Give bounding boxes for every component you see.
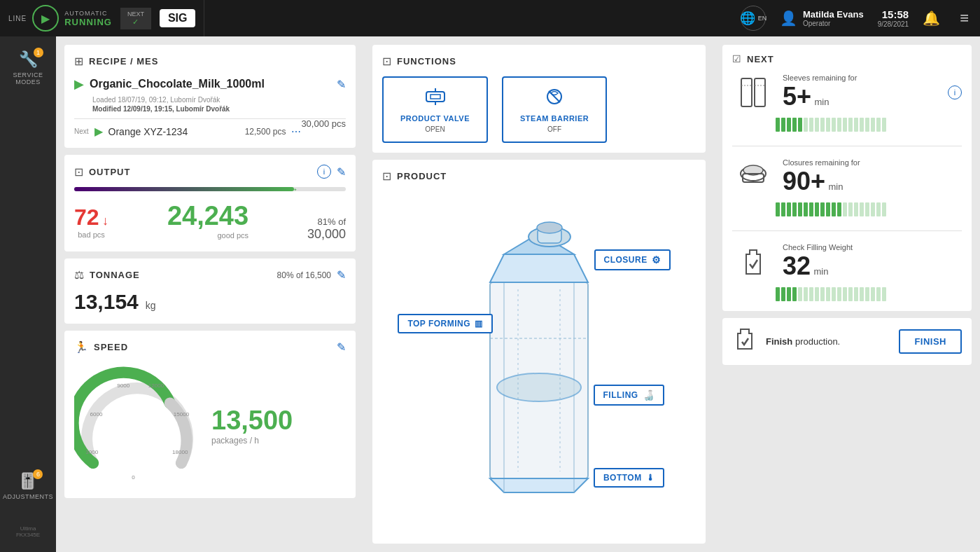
more-options-button[interactable]: ⋯ (291, 126, 301, 137)
functions-header: ⊡ FUNCTIONS (382, 55, 696, 68)
output-info-button[interactable]: i (317, 165, 331, 179)
service-badge: 1 (34, 48, 43, 57)
center-panel: ⊡ FUNCTIONS PRODUCT VALVE (364, 36, 714, 552)
sleeves-unit: min (815, 97, 830, 107)
divider-1 (732, 146, 962, 146)
speed-value: 13,500 (211, 406, 346, 436)
top-forming-text: TOP FORMING (407, 319, 470, 329)
sleeves-bars (732, 118, 962, 132)
next-recipe-label: Next (74, 127, 89, 135)
filling-weight-value-row: 32 min (783, 251, 962, 281)
speed-edit-button[interactable]: ✎ (337, 340, 346, 354)
sidebar: 🔧 1 SERVICE MODES 🎚️ 6 ADJUSTMENTS Ultim… (0, 36, 56, 552)
sidebar-item-service-modes[interactable]: 🔧 1 SERVICE MODES (0, 50, 56, 85)
speed-title: SPEED (94, 342, 331, 352)
svg-rect-28 (741, 78, 752, 106)
notification-bell-icon[interactable]: 🔔 (923, 10, 940, 27)
functions-title: FUNCTIONS (397, 56, 696, 67)
output-pct: 81% of (307, 216, 346, 227)
bottom-label[interactable]: BOTTOM 🌡 (594, 468, 664, 488)
header-left: LINE ▶ AUTOMATIC RUNNING NEXT ✓ SIG (0, 0, 204, 36)
svg-text:0: 0 (132, 474, 135, 481)
tonnage-title: TONNAGE (90, 270, 272, 280)
closures-desc: Closures remaining for (783, 158, 962, 167)
tonnage-value: 13,154 (74, 290, 139, 314)
product-valve-name: PRODUCT VALVE (400, 114, 470, 123)
date-value: 9/28/2021 (878, 20, 909, 28)
recipe-modified: Modified 12/09/19, 19:15, Lubomír Dvořák (92, 105, 346, 113)
auto-running-block: AUTOMATIC RUNNING (64, 10, 112, 27)
svg-marker-22 (490, 478, 588, 492)
finish-button[interactable]: FINISH (899, 329, 962, 354)
steam-barrier-button[interactable]: STEAM BARRIER OFF (502, 76, 607, 143)
closure-icon: ⚙ (652, 254, 662, 265)
finish-text-post: production. (795, 336, 840, 347)
output-numbers: 72 ↓ bad pcs 24,243 good pcs 81% of 30,0… (74, 201, 346, 242)
good-pcs-value: 24,243 (167, 201, 248, 231)
next-recipe-name: Orange XYZ-1234 (108, 126, 239, 137)
functions-icon: ⊡ (382, 55, 391, 68)
filling-icon: 🍶 (643, 389, 655, 401)
service-modes-label: SERVICE MODES (0, 71, 56, 85)
filling-weight-bars (732, 287, 962, 301)
sleeves-info-button[interactable]: i (948, 85, 962, 99)
wrench-icon: 🔧 1 (19, 50, 38, 69)
product-valve-button[interactable]: PRODUCT VALVE OPEN (382, 76, 488, 143)
svg-text:15000: 15000 (174, 411, 190, 418)
auto-label: AUTOMATIC (64, 10, 112, 17)
machine-info: Ultima FKX345E (16, 525, 40, 538)
svg-text:3000: 3000 (85, 449, 98, 455)
next-items-list: Sleeves remaining for 5+ min i (732, 71, 962, 303)
running-label: RUNNING (64, 17, 112, 27)
adjustments-badge: 6 (33, 469, 43, 479)
svg-text:18000: 18000 (172, 449, 188, 455)
output-header: ⊡ OUTPUT i ✎ (74, 165, 346, 179)
top-forming-label[interactable]: TOP FORMING ▥ (398, 314, 492, 333)
filling-label[interactable]: FILLING 🍶 (594, 385, 665, 406)
tonnage-pct: 80% of 16,500 (277, 270, 331, 280)
next-panel-title: NEXT (747, 54, 774, 64)
output-edit-button[interactable]: ✎ (337, 165, 346, 179)
running-button[interactable]: ▶ (32, 5, 59, 32)
recipe-current-pcs: 30,000 pcs (301, 118, 346, 129)
svg-point-21 (497, 373, 581, 401)
user-info: 👤 Matilda Evans Operator (780, 9, 864, 27)
main-area: 🔧 1 SERVICE MODES 🎚️ 6 ADJUSTMENTS Ultim… (0, 36, 980, 552)
bad-pcs-arrow-icon: ↓ (102, 214, 108, 228)
steam-barrier-icon (544, 86, 565, 111)
recipe-icon: ⊞ (74, 55, 83, 68)
recipe-title: RECIPE / MES (89, 56, 346, 67)
recipe-name: Organic_Chocolate_Milk_1000ml (90, 78, 265, 90)
hamburger-menu-icon[interactable]: ≡ (960, 9, 969, 27)
filling-weight-icon (732, 241, 774, 283)
closure-cap-icon (732, 156, 774, 198)
filling-weight-info: Check Filling Weight 32 min (783, 243, 962, 281)
left-panel: ⊞ RECIPE / MES ▶ Organic_Chocolate_Milk_… (56, 36, 364, 552)
recipe-main-row: ▶ Organic_Chocolate_Milk_1000ml ✎ (74, 76, 346, 92)
speed-value-block: 13,500 packages / h (211, 406, 346, 446)
svg-line-11 (549, 91, 560, 102)
closure-label[interactable]: CLOSURE ⚙ (594, 249, 671, 270)
sidebar-item-adjustments[interactable]: 🎚️ 6 ADJUSTMENTS (3, 472, 53, 500)
recipe-loaded: Loaded 18/07/19, 09:12, Lubomír Dvořák (92, 96, 346, 104)
finish-card: Finish production. FINISH (722, 318, 972, 365)
filling-weight-item: Check Filling Weight 32 min (732, 241, 962, 283)
svg-point-20 (537, 222, 562, 233)
content-area: ⊞ RECIPE / MES ▶ Organic_Chocolate_Milk_… (56, 36, 980, 552)
speed-unit: packages / h (211, 436, 346, 446)
finish-text-bold: Finish (766, 336, 792, 347)
time-block: 15:58 9/28/2021 (878, 8, 909, 28)
speed-card: 🏃 SPEED ✎ (64, 331, 356, 498)
sleeves-item: Sleeves remaining for 5+ min i (732, 71, 962, 113)
next-badge-label: NEXT (127, 11, 144, 18)
closures-unit: min (829, 181, 844, 192)
svg-text:9000: 9000 (117, 382, 130, 389)
tonnage-edit-button[interactable]: ✎ (337, 268, 346, 282)
language-button[interactable]: 🌐 EN (741, 6, 766, 31)
closure-text: CLOSURE (604, 255, 648, 265)
tonnage-unit: kg (146, 300, 156, 311)
filling-weight-desc: Check Filling Weight (783, 243, 962, 251)
machine-name: Ultima (16, 525, 40, 532)
recipe-edit-button[interactable]: ✎ (337, 78, 346, 91)
filling-text: FILLING (603, 390, 638, 400)
